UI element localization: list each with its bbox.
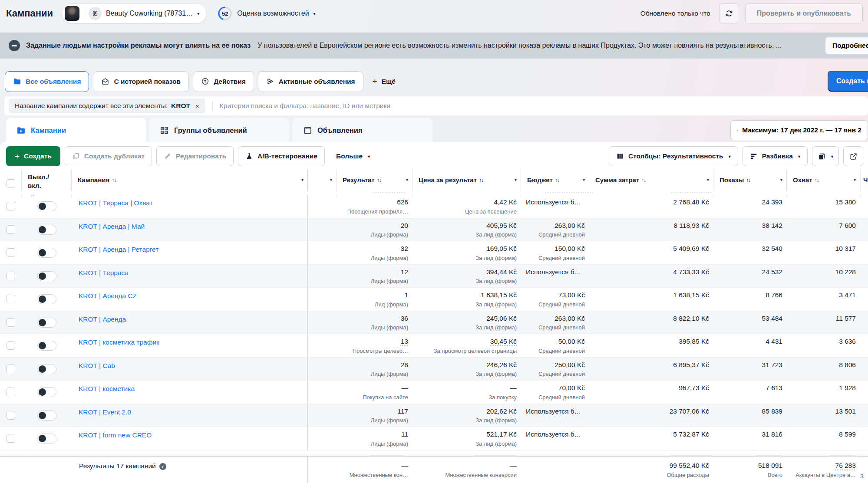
- result-value: 11: [337, 430, 408, 439]
- budget-label: Средний дневной: [521, 394, 585, 401]
- top-bar: Кампании Beauty Coworking (78731… ▾ 52 О…: [0, 0, 868, 27]
- active-filter-token[interactable]: Название кампании содержит все эти элеме…: [9, 99, 205, 113]
- budget-cell: Используется б…: [521, 404, 589, 427]
- chip-more[interactable]: + Ещё: [367, 71, 401, 92]
- campaign-toggle[interactable]: [37, 411, 56, 421]
- campaign-toggle[interactable]: [37, 248, 56, 258]
- column-menu-icon[interactable]: ▾: [330, 178, 332, 182]
- campaign-link[interactable]: KROT | Cab: [79, 362, 115, 369]
- amount-spent-cell: 2 768,48 Kč: [589, 195, 713, 218]
- result-label: Посещения профиля…: [337, 208, 408, 215]
- campaign-toggle[interactable]: [37, 201, 56, 211]
- opportunity-score[interactable]: 52 Оценка возможностей ▾: [217, 6, 315, 21]
- reach-cell: 13 501: [787, 404, 860, 427]
- table-row: KROT | косметика трафик 13 Просмотры цел…: [0, 334, 868, 358]
- campaign-link[interactable]: KROT | Аренда CZ: [79, 292, 137, 299]
- result-value: 12: [337, 268, 408, 277]
- select-all-checkbox[interactable]: [7, 179, 15, 188]
- column-menu-icon[interactable]: ▾: [707, 178, 709, 182]
- chip-all-ads[interactable]: Все объявления: [5, 71, 89, 92]
- footer-spend-cell: 99 552,40 Kč Общие расходы: [589, 457, 713, 483]
- tab-ad-sets[interactable]: Группы объявлений: [149, 118, 289, 142]
- tab-ads[interactable]: Объявления: [293, 118, 432, 142]
- row-checkbox[interactable]: [7, 272, 15, 280]
- campaign-link[interactable]: KROT | косметика трафик: [79, 338, 159, 346]
- row-checkbox[interactable]: [7, 248, 15, 257]
- review-publish-button[interactable]: Проверить и опубликовать: [745, 3, 863, 23]
- create-campaign-button[interactable]: Создать в: [828, 71, 868, 92]
- chip-had-delivery[interactable]: С историей показов: [93, 71, 189, 92]
- breakdown-button[interactable]: Разбивка ▾: [743, 146, 808, 166]
- edit-button[interactable]: Редактировать: [156, 146, 234, 166]
- campaign-toggle[interactable]: [37, 364, 56, 374]
- impressions-cell: 85 839: [713, 404, 787, 427]
- column-menu-icon[interactable]: ▾: [780, 178, 782, 182]
- table-row: KROT | Event 2.0 117 Лиды (форма) 202,62…: [0, 404, 868, 427]
- export-button[interactable]: [843, 146, 863, 166]
- campaign-toggle[interactable]: [37, 387, 56, 397]
- campaign-toggle[interactable]: [37, 294, 56, 304]
- campaign-toggle[interactable]: [37, 225, 56, 235]
- ab-test-button[interactable]: A/B-тестирование: [238, 146, 325, 166]
- campaign-link[interactable]: KROT | Аренда | Май: [79, 223, 145, 230]
- create-button[interactable]: + Создать: [6, 146, 60, 166]
- budget-value: 263,00 Kč: [521, 314, 585, 323]
- cost-per-result-cell: 1 638,15 Kč За лид (форма): [413, 288, 521, 311]
- result-value: 1: [337, 291, 408, 300]
- campaign-toggle[interactable]: [37, 271, 56, 281]
- cost-value: 394,44 Kč: [413, 268, 517, 277]
- reports-button[interactable]: ▾: [812, 146, 839, 166]
- budget-label: Средний дневной: [521, 255, 585, 261]
- row-checkbox[interactable]: [7, 341, 15, 350]
- column-menu-icon[interactable]: ▾: [406, 178, 408, 182]
- table-row: KROT | Аренда CZ 1 Лид (форма) 1 638,15 …: [0, 288, 868, 311]
- column-menu-icon[interactable]: ▾: [854, 178, 856, 182]
- campaign-toggle[interactable]: [37, 341, 56, 351]
- budget-cell: 250,00 Kč Средний дневной: [521, 358, 589, 381]
- row-checkbox[interactable]: [7, 411, 15, 420]
- row-checkbox[interactable]: [7, 295, 15, 303]
- tab-campaigns[interactable]: Кампании: [6, 118, 146, 142]
- search-filter-bar[interactable]: Название кампании содержит все эти элеме…: [4, 96, 868, 115]
- row-checkbox[interactable]: [7, 225, 15, 234]
- campaign-toggle[interactable]: [37, 434, 56, 444]
- cost-value: —: [413, 384, 517, 393]
- column-menu-icon[interactable]: ▾: [301, 178, 304, 182]
- date-range-button[interactable]: Максимум: 17 дек 2022 г. — 17 янв 2: [730, 120, 868, 140]
- account-selector[interactable]: Beauty Coworking (78731… ▾: [62, 3, 207, 23]
- remove-filter-icon[interactable]: ×: [195, 102, 199, 110]
- result-label: Лид (форма): [337, 301, 408, 308]
- columns-button[interactable]: Столбцы: Результативность ▾: [609, 146, 738, 166]
- column-menu-icon[interactable]: ▾: [515, 178, 517, 182]
- more-button[interactable]: Больше ▾: [329, 146, 377, 166]
- details-button[interactable]: Подробнее: [825, 37, 868, 54]
- campaign-link[interactable]: KROT | form new CREO: [79, 431, 152, 439]
- chip-active-ads[interactable]: Активные объявления: [258, 71, 363, 92]
- campaign-link[interactable]: KROT | Терраса | Охват: [79, 199, 153, 207]
- row-checkbox[interactable]: [7, 434, 15, 443]
- info-icon[interactable]: i: [159, 463, 166, 470]
- reach-cell: 15 380: [787, 195, 860, 218]
- filter-condition: Название кампании содержит все эти элеме…: [15, 102, 168, 110]
- export-icon: [849, 152, 858, 161]
- row-checkbox[interactable]: [7, 318, 15, 327]
- campaign-link[interactable]: KROT | Аренда | Ретаргет: [79, 246, 158, 253]
- reach-value: 3 471: [787, 291, 856, 300]
- column-menu-icon[interactable]: ▾: [583, 178, 585, 182]
- campaign-link[interactable]: KROT | Терраса: [79, 269, 129, 276]
- row-checkbox[interactable]: [7, 202, 15, 210]
- campaign-link[interactable]: KROT | косметика: [79, 385, 135, 392]
- clipped-row: KROT |: [0, 450, 868, 457]
- campaign-toggle[interactable]: [37, 318, 56, 328]
- campaign-link[interactable]: KROT | Event 2.0: [79, 408, 131, 416]
- row-checkbox[interactable]: [7, 388, 15, 396]
- sort-icon: ↑↓: [746, 177, 750, 183]
- duplicate-button[interactable]: Создать дубликат: [65, 146, 152, 166]
- chevron-down-icon: ▾: [314, 12, 316, 16]
- refresh-button[interactable]: [719, 3, 739, 23]
- chip-actions[interactable]: Действия: [193, 71, 254, 92]
- budget-value: 50,00 Kč: [521, 337, 585, 346]
- row-checkbox[interactable]: [7, 365, 15, 373]
- campaign-link[interactable]: KROT | Аренда: [79, 315, 126, 323]
- send-icon: [266, 77, 274, 85]
